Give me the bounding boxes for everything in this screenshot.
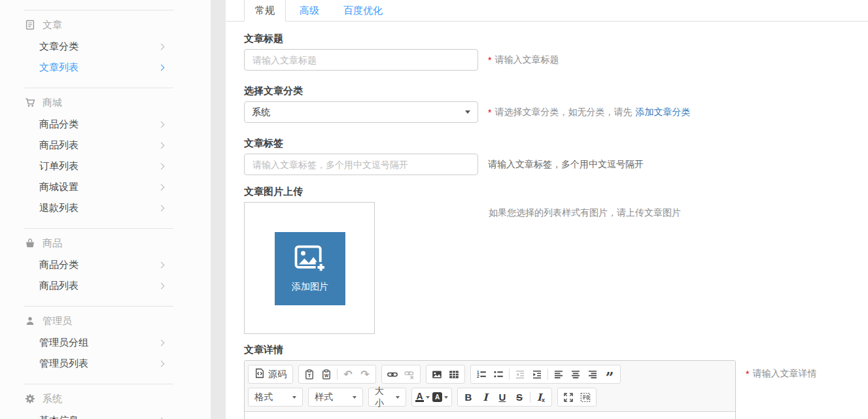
article-tags-input[interactable]	[244, 154, 478, 175]
sidebar-group-product: 商品 商品分类 商品列表	[0, 232, 211, 296]
format-dropdown[interactable]: 格式	[248, 388, 303, 407]
note-text: 请输入文章标题	[495, 54, 559, 66]
blockquote-button[interactable]: ”	[601, 366, 618, 382]
editor-content-area[interactable]	[245, 412, 735, 419]
paste-as-text-button[interactable]: T	[301, 366, 318, 382]
add-image-button[interactable]: 添加图片	[275, 232, 345, 305]
redo-icon: ↷	[360, 369, 369, 380]
sidebar-group-header-article[interactable]: 文章	[0, 14, 211, 36]
toolbar-separator	[547, 369, 548, 380]
sidebar-item-product-list[interactable]: 商品列表	[0, 275, 211, 296]
article-image-note: 如果您选择的列表样式有图片，请上传文章图片	[489, 207, 681, 219]
link-button[interactable]	[384, 366, 401, 382]
tab-label: 高级	[300, 5, 319, 16]
color-group: A A	[411, 388, 452, 407]
article-icon	[24, 20, 35, 31]
sidebar-divider	[24, 228, 173, 229]
sidebar-item-mall-settings[interactable]: 商城设置	[0, 176, 211, 197]
article-tags-note: 请输入文章标签，多个用中文逗号隔开	[488, 159, 644, 171]
note-text: 请输入文章详情	[752, 368, 816, 380]
caret-down-icon	[426, 396, 430, 399]
tools-group	[557, 388, 597, 407]
unlink-button[interactable]	[401, 366, 418, 382]
sidebar-group-label: 系统	[43, 393, 62, 405]
indent-button[interactable]	[529, 366, 546, 382]
maximize-button[interactable]	[560, 389, 577, 405]
sidebar-item-product-category[interactable]: 商品分类	[0, 254, 211, 275]
tab-general[interactable]: 常规	[244, 0, 286, 22]
strikethrough-button[interactable]: S	[511, 389, 528, 405]
cart-icon	[24, 97, 35, 109]
article-image-label: 文章图片上传	[244, 186, 868, 197]
tab-baidu-seo[interactable]: 百度优化	[333, 0, 393, 21]
outdent-button[interactable]	[512, 366, 529, 382]
paste-from-word-button[interactable]: W	[318, 366, 335, 382]
italic-button[interactable]: I	[477, 389, 494, 405]
align-right-button[interactable]	[584, 366, 601, 382]
numbered-list-button[interactable]: 12	[473, 366, 490, 382]
caret-down-icon	[353, 396, 356, 399]
sidebar-group-header-product[interactable]: 商品	[0, 232, 211, 254]
align-center-button[interactable]	[567, 366, 584, 382]
background-color-button[interactable]: A	[431, 389, 449, 405]
sidebar-item-admin-list[interactable]: 管理员列表	[0, 353, 211, 374]
select-value: 系统	[252, 107, 270, 118]
show-blocks-button[interactable]	[577, 389, 594, 405]
align-left-button[interactable]	[550, 366, 567, 382]
sidebar-item-label: 文章分类	[39, 41, 78, 53]
chevron-right-icon	[158, 339, 165, 346]
sidebar-item-basic-info[interactable]: 基本信息	[0, 410, 211, 419]
styles-dropdown[interactable]: 样式	[308, 388, 363, 407]
sidebar-group-article: 文章 文章分类 文章列表	[0, 14, 211, 78]
image-upload-box: 添加图片	[244, 202, 375, 334]
image-button[interactable]	[428, 366, 445, 382]
article-title-note: *请输入文章标题	[488, 54, 559, 66]
sidebar-item-label: 商品列表	[39, 139, 78, 152]
article-title-input[interactable]	[244, 49, 478, 71]
add-image-button-label: 添加图片	[292, 281, 328, 293]
strikethrough-icon: S	[516, 392, 523, 403]
sidebar-group-header-system[interactable]: 系统	[0, 388, 211, 410]
source-button-label: 源码	[268, 369, 286, 380]
sidebar-item-goods-list[interactable]: 商品列表	[0, 135, 211, 156]
sidebar-group-label: 管理员	[43, 315, 72, 327]
text-color-button[interactable]: A	[414, 389, 431, 405]
size-dropdown-label: 大小	[375, 386, 392, 409]
size-dropdown[interactable]: 大小	[368, 388, 406, 407]
source-button[interactable]: 源码	[248, 365, 293, 384]
format-dropdown-label: 格式	[254, 392, 273, 403]
sidebar-item-article-category[interactable]: 文章分类	[0, 36, 211, 57]
undo-button[interactable]: ↶	[339, 366, 356, 382]
required-asterisk: *	[746, 369, 749, 379]
sidebar-item-goods-category[interactable]: 商品分类	[0, 114, 211, 135]
chevron-right-icon	[158, 43, 165, 50]
tab-advanced[interactable]: 高级	[289, 0, 330, 21]
bulleted-list-button[interactable]	[490, 366, 507, 382]
sidebar-group-admin: 管理员 管理员分组 管理员列表	[0, 310, 211, 374]
required-asterisk: *	[488, 107, 491, 118]
sidebar-group-label: 商城	[43, 97, 62, 109]
editor-toolbar: 源码 T W ↶ ↷	[245, 361, 735, 412]
remove-format-button[interactable]: Ix	[532, 389, 549, 405]
sidebar-item-refund-list[interactable]: 退款列表	[0, 197, 211, 218]
sidebar-item-label: 基本信息	[39, 414, 78, 419]
toolbar-separator	[509, 369, 510, 380]
sidebar-item-article-list[interactable]: 文章列表	[0, 57, 211, 78]
caret-down-icon	[292, 396, 296, 399]
bold-button[interactable]: B	[460, 389, 477, 405]
add-article-category-link[interactable]: 添加文章分类	[635, 107, 690, 118]
sidebar-item-order-list[interactable]: 订单列表	[0, 156, 211, 176]
sidebar-item-admin-group[interactable]: 管理员分组	[0, 332, 211, 353]
sidebar-item-label: 商品分类	[39, 118, 78, 131]
text-color-icon: A	[415, 392, 423, 402]
article-category-select[interactable]: 系统	[244, 101, 478, 123]
sidebar-group-header-admin[interactable]: 管理员	[0, 310, 211, 332]
chevron-right-icon	[158, 261, 165, 268]
redo-button[interactable]: ↷	[356, 366, 373, 382]
article-detail-label: 文章详情	[244, 344, 868, 356]
note-text: 如果您选择的列表样式有图片，请上传文章图片	[489, 207, 681, 219]
table-button[interactable]	[445, 366, 462, 382]
sidebar-group-header-mall[interactable]: 商城	[0, 92, 211, 114]
editor-toolbar-row-1: 源码 T W ↶ ↷	[248, 363, 732, 386]
underline-button[interactable]: U	[494, 389, 511, 405]
